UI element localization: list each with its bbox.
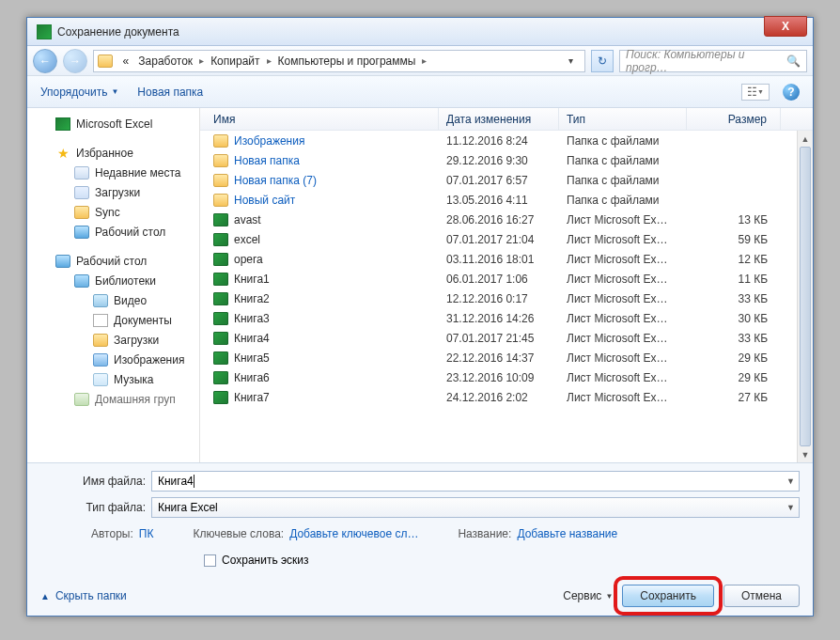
scroll-down-button[interactable]: ▼ (798, 446, 813, 462)
title-value[interactable]: Добавьте название (517, 527, 617, 540)
sidebar-item-documents[interactable]: Документы (27, 310, 199, 330)
crumb-overflow[interactable]: « (120, 55, 132, 68)
file-date: 12.12.2016 0:17 (439, 292, 559, 305)
sidebar-item-recent[interactable]: Недавние места (27, 163, 199, 182)
save-button[interactable]: Сохранить (622, 585, 714, 607)
close-button[interactable]: X (764, 16, 807, 37)
col-date[interactable]: Дата изменения (439, 108, 559, 130)
sidebar-item-music[interactable]: Музыка (27, 369, 199, 389)
view-icon: ☷ (747, 86, 757, 99)
titlebar[interactable]: Сохранение документа X (27, 18, 813, 46)
col-type[interactable]: Тип (559, 108, 687, 130)
back-button[interactable]: ← (33, 49, 57, 73)
folder-icon (98, 55, 113, 68)
crumb-segment[interactable]: Компьютеры и программы (275, 55, 419, 68)
file-size: 13 КБ (687, 213, 781, 226)
authors-value[interactable]: ПК (139, 527, 154, 540)
places-sidebar[interactable]: Microsoft Excel ★Избранное Недавние мест… (27, 108, 200, 462)
folder-icon (74, 206, 89, 219)
file-row[interactable]: Новая папка29.12.2016 9:30Папка с файлам… (200, 150, 797, 170)
sidebar-item-desktop-root[interactable]: Рабочий стол (27, 251, 199, 271)
vertical-scrollbar[interactable]: ▲ ▼ (797, 131, 813, 462)
forward-button[interactable]: → (63, 49, 87, 73)
sidebar-item-desktop[interactable]: Рабочий стол (27, 222, 199, 242)
file-size: 33 КБ (687, 332, 781, 345)
file-list[interactable]: Изображения11.12.2016 8:24Папка с файлам… (200, 131, 797, 462)
file-name: Книга3 (234, 312, 270, 325)
file-row[interactable]: Книга106.01.2017 1:06Лист Microsoft Ex…1… (200, 269, 797, 289)
sidebar-item-video[interactable]: Видео (27, 290, 199, 310)
hide-folders-toggle[interactable]: ▲Скрыть папки (40, 589, 127, 602)
window-title: Сохранение документа (57, 25, 179, 39)
file-date: 22.12.2016 14:37 (439, 351, 559, 365)
excel-file-icon (213, 273, 228, 286)
breadcrumb[interactable]: « Заработок▸ Копирайт▸ Компьютеры и прог… (93, 50, 585, 72)
chevron-down-icon[interactable]: ▼ (786, 503, 795, 512)
sidebar-item-sync[interactable]: Sync (27, 202, 199, 222)
sidebar-item-downloads[interactable]: Загрузки (27, 330, 199, 350)
file-row[interactable]: Новый сайт13.05.2016 4:11Папка с файлами (200, 190, 797, 210)
excel-file-icon (213, 332, 228, 345)
file-row[interactable]: Книга407.01.2017 21:45Лист Microsoft Ex…… (200, 328, 797, 348)
save-thumbnail-checkbox[interactable] (204, 554, 216, 567)
refresh-button[interactable]: ↻ (591, 50, 614, 72)
recent-icon (74, 166, 89, 180)
help-button[interactable]: ? (783, 84, 800, 101)
excel-file-icon (213, 312, 228, 325)
cancel-button[interactable]: Отмена (723, 585, 800, 607)
nav-bar: ← → « Заработок▸ Копирайт▸ Компьютеры и … (27, 46, 813, 76)
keywords-value[interactable]: Добавьте ключевое сл… (289, 527, 418, 540)
sidebar-item-excel[interactable]: Microsoft Excel (27, 114, 199, 133)
filetype-select[interactable]: Книга Excel▼ (151, 497, 800, 518)
file-row[interactable]: Изображения11.12.2016 8:24Папка с файлам… (200, 131, 797, 150)
file-size: 33 КБ (687, 292, 781, 305)
col-size[interactable]: Размер (687, 108, 781, 130)
file-type: Лист Microsoft Ex… (559, 213, 687, 226)
search-input[interactable]: Поиск: Компьютеры и прогр… 🔍 (619, 50, 807, 72)
folder-icon (213, 154, 228, 167)
search-placeholder: Поиск: Компьютеры и прогр… (626, 48, 786, 74)
excel-file-icon (213, 213, 228, 226)
file-row[interactable]: excel07.01.2017 21:04Лист Microsoft Ex…5… (200, 229, 797, 249)
breadcrumb-dropdown[interactable]: ▾ (561, 55, 581, 66)
new-folder-button[interactable]: Новая папка (137, 86, 203, 99)
file-type: Лист Microsoft Ex… (559, 371, 687, 384)
crumb-segment[interactable]: Копирайт (208, 55, 262, 68)
col-name[interactable]: Имя (200, 108, 439, 130)
document-icon (93, 314, 108, 327)
organize-menu[interactable]: Упорядочить ▼ (40, 86, 118, 99)
crumb-segment[interactable]: Заработок (135, 55, 195, 68)
filename-input[interactable]: Книга4▼ (151, 471, 800, 492)
sidebar-item-images[interactable]: Изображения (27, 350, 199, 369)
sidebar-item-downloads[interactable]: Загрузки (27, 182, 199, 202)
chevron-down-icon[interactable]: ▼ (786, 476, 795, 486)
file-row[interactable]: Книга212.12.2016 0:17Лист Microsoft Ex…3… (200, 289, 797, 308)
sidebar-item-homegroup[interactable]: Домашняя груп (27, 389, 199, 409)
folder-icon (213, 194, 228, 207)
file-row[interactable]: Книга331.12.2016 14:26Лист Microsoft Ex…… (200, 308, 797, 328)
scroll-up-button[interactable]: ▲ (798, 131, 813, 147)
help-icon: ? (787, 86, 794, 99)
file-row[interactable]: avast28.06.2016 16:27Лист Microsoft Ex…1… (200, 210, 797, 229)
file-list-header[interactable]: Имя Дата изменения Тип Размер (200, 108, 813, 131)
sidebar-item-libraries[interactable]: Библиотеки (27, 271, 199, 290)
scroll-thumb[interactable] (800, 147, 811, 446)
file-name: Изображения (234, 134, 304, 148)
tools-menu[interactable]: Сервис ▼ (563, 589, 613, 602)
excel-file-icon (213, 253, 228, 266)
file-date: 07.01.2017 21:45 (439, 332, 559, 345)
desktop-icon (74, 226, 89, 239)
file-name: excel (234, 233, 260, 246)
file-type: Лист Microsoft Ex… (559, 292, 687, 305)
arrow-right-icon: → (70, 55, 81, 68)
file-row[interactable]: Книга724.12.2016 2:02Лист Microsoft Ex…2… (200, 387, 797, 407)
file-row[interactable]: Новая папка (7)07.01.2017 6:57Папка с фа… (200, 170, 797, 190)
file-row[interactable]: Книга623.12.2016 10:09Лист Microsoft Ex…… (200, 367, 797, 387)
sidebar-item-favorites[interactable]: ★Избранное (27, 143, 199, 163)
file-fields-panel: Имя файла: Книга4▼ Тип файла: Книга Exce… (27, 463, 813, 576)
file-type: Лист Microsoft Ex… (559, 273, 687, 286)
file-name: Книга2 (234, 292, 270, 305)
view-options[interactable]: ☷ ▼ (741, 84, 770, 101)
file-row[interactable]: Книга522.12.2016 14:37Лист Microsoft Ex…… (200, 348, 797, 367)
file-row[interactable]: opera03.11.2016 18:01Лист Microsoft Ex…1… (200, 249, 797, 269)
